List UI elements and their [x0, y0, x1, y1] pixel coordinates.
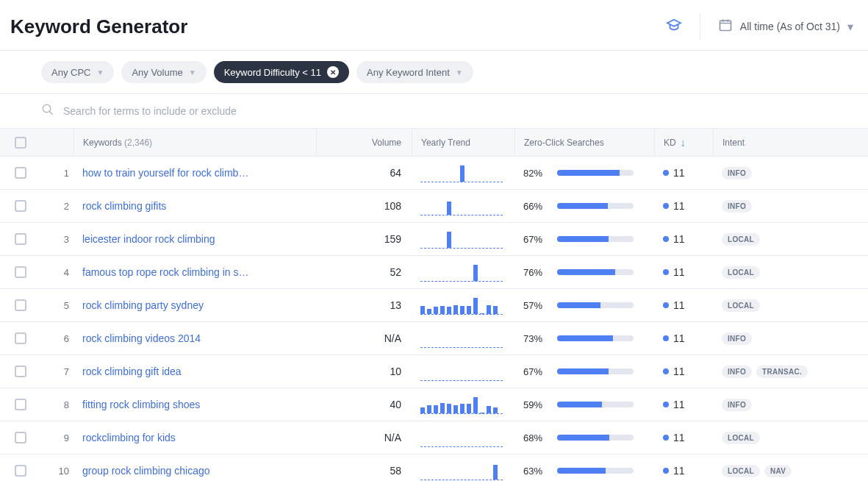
divider: [700, 13, 700, 40]
table-row: 2 rock climbing gifits 108 66% 11 INFO: [0, 190, 868, 223]
kd-value: 11: [673, 266, 685, 278]
row-rank: 7: [41, 366, 73, 377]
filter-cpc[interactable]: Any CPC▼: [41, 61, 114, 83]
volume-value: 40: [316, 399, 412, 410]
row-checkbox[interactable]: [15, 399, 26, 410]
filter-cpc-label: Any CPC: [51, 67, 90, 78]
table-body: 1 how to train yourself for rock climb… …: [0, 157, 868, 481]
intent-tags: LOCAL: [722, 266, 760, 279]
intent-tags: INFO: [722, 167, 752, 179]
zero-click-pct: 63%: [523, 466, 547, 477]
row-checkbox[interactable]: [15, 366, 26, 377]
select-all-checkbox[interactable]: [15, 137, 26, 149]
keyword-link[interactable]: rock climbing videos 2014: [82, 332, 201, 344]
row-checkbox[interactable]: [15, 332, 26, 344]
keyword-link[interactable]: group rock climbing chicago: [82, 465, 210, 477]
row-checkbox[interactable]: [15, 299, 26, 311]
chevron-down-icon: ▾: [847, 20, 853, 34]
filter-volume-label: Any Volume: [132, 67, 182, 78]
volume-value: N/A: [316, 332, 412, 344]
volume-value: 159: [316, 233, 412, 245]
table-row: 5 rock climbing party sydney 13 57% 11 L…: [0, 289, 868, 322]
kd-value: 11: [673, 332, 685, 344]
filter-intent[interactable]: Any Keyword Intent▼: [356, 61, 473, 83]
kd-value: 11: [673, 299, 685, 311]
volume-value: 13: [316, 299, 412, 311]
keyword-link[interactable]: fitting rock climbing shoes: [82, 399, 200, 410]
trend-sparkline: [420, 395, 503, 414]
kd-dot-icon: [663, 468, 669, 474]
row-checkbox[interactable]: [15, 167, 26, 179]
kd-dot-icon: [663, 435, 669, 441]
header-actions: All time (As of Oct 31) ▾: [666, 13, 853, 40]
kd-dot-icon: [663, 302, 669, 308]
kd-value: 11: [673, 167, 685, 179]
col-zero-click[interactable]: Zero-Click Searches: [514, 129, 654, 156]
col-volume[interactable]: Volume: [316, 129, 412, 156]
trend-sparkline: [420, 163, 503, 182]
kd-dot-icon: [663, 203, 669, 209]
col-intent[interactable]: Intent: [713, 129, 868, 156]
intent-tag: LOCAL: [722, 465, 760, 477]
keyword-link[interactable]: leicester indoor rock climbing: [82, 233, 215, 245]
keyword-link[interactable]: famous top rope rock climbing in s…: [82, 266, 248, 278]
date-range-selector[interactable]: All time (As of Oct 31) ▾: [718, 18, 853, 35]
intent-tags: LOCAL: [722, 432, 760, 444]
intent-tags: LOCAL: [722, 299, 760, 312]
volume-value: 108: [316, 200, 412, 212]
search-bar: [0, 94, 868, 129]
search-input[interactable]: [63, 105, 853, 117]
keyword-link[interactable]: rock climbing party sydney: [82, 299, 204, 311]
row-rank: 5: [41, 300, 73, 311]
page-title: Keyword Generator: [10, 15, 187, 38]
filter-kd-active[interactable]: Keyword Difficulty < 11✕: [214, 61, 349, 83]
kd-dot-icon: [663, 170, 669, 176]
table-row: 1 how to train yourself for rock climb… …: [0, 157, 868, 190]
kd-value: 11: [673, 432, 685, 443]
close-icon[interactable]: ✕: [327, 66, 339, 78]
keyword-link[interactable]: how to train yourself for rock climb…: [82, 167, 248, 179]
intent-tags: INFO: [722, 399, 752, 411]
intent-tag: LOCAL: [722, 266, 760, 279]
kd-value: 11: [673, 200, 685, 212]
filter-volume[interactable]: Any Volume▼: [121, 61, 206, 83]
education-icon[interactable]: [666, 17, 682, 36]
intent-tag: INFO: [722, 200, 752, 213]
zero-click-pct: 66%: [523, 201, 547, 212]
zero-click-meter: 66%: [523, 201, 634, 212]
table-row: 8 fitting rock climbing shoes 40 59% 11 …: [0, 388, 868, 421]
zero-click-meter: 63%: [523, 466, 634, 477]
col-trend[interactable]: Yearly Trend: [412, 129, 514, 156]
col-kd[interactable]: KD↓: [654, 129, 713, 156]
keyword-link[interactable]: rockclimbing for kids: [82, 432, 176, 443]
row-checkbox[interactable]: [15, 465, 26, 477]
intent-tags: LOCALNAV: [722, 465, 792, 477]
row-checkbox[interactable]: [15, 266, 26, 278]
intent-tag: INFO: [722, 332, 752, 345]
table-row: 9 rockclimbing for kids N/A 68% 11 LOCAL: [0, 421, 868, 455]
zero-click-pct: 82%: [523, 168, 547, 179]
table-row: 6 rock climbing videos 2014 N/A 73% 11 I…: [0, 322, 868, 355]
kd-dot-icon: [663, 335, 669, 341]
row-rank: 10: [41, 466, 73, 477]
col-keywords[interactable]: Keywords (2,346): [73, 129, 316, 156]
row-rank: 4: [41, 267, 73, 278]
kd-value: 11: [673, 233, 685, 245]
zero-click-pct: 68%: [523, 432, 547, 443]
zero-click-pct: 67%: [523, 366, 547, 377]
calendar-icon: [718, 18, 733, 35]
kd-dot-icon: [663, 236, 669, 242]
trend-sparkline: [420, 296, 503, 315]
row-checkbox[interactable]: [15, 233, 26, 245]
intent-tag: INFO: [722, 366, 752, 378]
row-checkbox[interactable]: [15, 200, 26, 212]
keyword-link[interactable]: rock climbing gift idea: [82, 366, 182, 377]
intent-tag: LOCAL: [722, 299, 760, 312]
filter-intent-label: Any Keyword Intent: [367, 67, 450, 78]
keyword-link[interactable]: rock climbing gifits: [82, 200, 166, 212]
intent-tag: NAV: [764, 465, 792, 477]
volume-value: 64: [316, 167, 412, 179]
row-checkbox[interactable]: [15, 432, 26, 443]
intent-tags: INFO: [722, 200, 752, 213]
table-row: 3 leicester indoor rock climbing 159 67%…: [0, 223, 868, 256]
